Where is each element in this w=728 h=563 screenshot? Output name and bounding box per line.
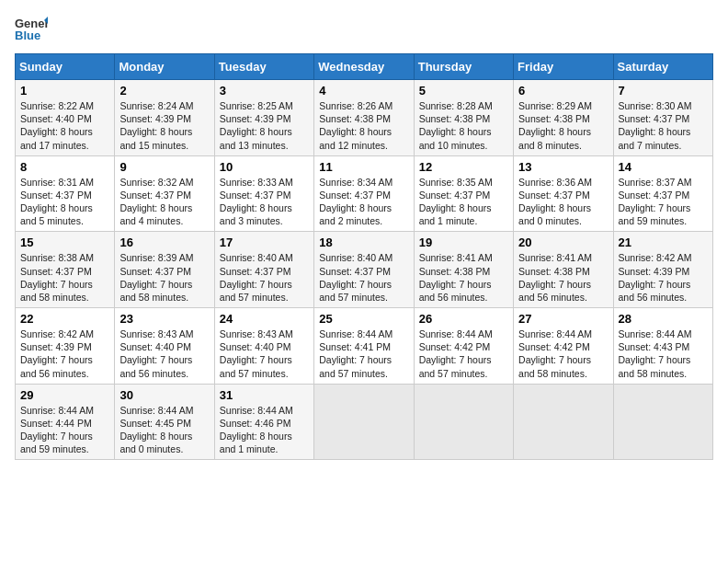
calendar-cell xyxy=(314,384,414,460)
calendar-cell: 15Sunrise: 8:38 AMSunset: 4:37 PMDayligh… xyxy=(16,232,115,308)
calendar-cell: 14Sunrise: 8:37 AMSunset: 4:37 PMDayligh… xyxy=(613,155,712,232)
day-info: Sunrise: 8:32 AMSunset: 4:37 PMDaylight:… xyxy=(119,176,209,228)
day-info: Sunrise: 8:42 AMSunset: 4:39 PMDaylight:… xyxy=(619,251,708,304)
day-info: Sunrise: 8:33 AMSunset: 4:37 PMDaylight:… xyxy=(220,176,309,228)
day-number: 18 xyxy=(319,236,408,249)
day-info: Sunrise: 8:34 AMSunset: 4:37 PMDaylight:… xyxy=(319,176,408,228)
day-info: Sunrise: 8:44 AMSunset: 4:43 PMDaylight:… xyxy=(619,327,708,380)
calendar-cell xyxy=(613,384,712,460)
calendar-week-row: 15Sunrise: 8:38 AMSunset: 4:37 PMDayligh… xyxy=(16,232,713,308)
calendar-cell: 16Sunrise: 8:39 AMSunset: 4:37 PMDayligh… xyxy=(115,232,214,308)
day-number: 20 xyxy=(518,236,608,249)
day-info: Sunrise: 8:30 AMSunset: 4:37 PMDaylight:… xyxy=(619,99,708,152)
day-number: 8 xyxy=(20,160,109,174)
day-info: Sunrise: 8:37 AMSunset: 4:37 PMDaylight:… xyxy=(619,176,708,228)
day-number: 6 xyxy=(518,84,608,98)
day-number: 27 xyxy=(518,312,608,326)
calendar-cell: 13Sunrise: 8:36 AMSunset: 4:37 PMDayligh… xyxy=(514,155,613,232)
day-info: Sunrise: 8:42 AMSunset: 4:39 PMDaylight:… xyxy=(20,327,109,380)
day-info: Sunrise: 8:36 AMSunset: 4:37 PMDaylight:… xyxy=(518,176,608,228)
day-number: 22 xyxy=(20,312,109,326)
day-info: Sunrise: 8:40 AMSunset: 4:37 PMDaylight:… xyxy=(220,251,309,304)
header-tuesday: Tuesday xyxy=(214,54,313,80)
calendar-cell: 25Sunrise: 8:44 AMSunset: 4:41 PMDayligh… xyxy=(314,308,414,385)
day-info: Sunrise: 8:28 AMSunset: 4:38 PMDaylight:… xyxy=(419,99,508,152)
calendar-cell: 3Sunrise: 8:25 AMSunset: 4:39 PMDaylight… xyxy=(214,80,313,156)
calendar-cell: 7Sunrise: 8:30 AMSunset: 4:37 PMDaylight… xyxy=(613,80,712,156)
calendar-cell: 29Sunrise: 8:44 AMSunset: 4:44 PMDayligh… xyxy=(16,384,115,460)
page-header: General Blue xyxy=(15,15,713,42)
day-number: 15 xyxy=(20,236,109,249)
header-sunday: Sunday xyxy=(16,54,115,80)
day-info: Sunrise: 8:24 AMSunset: 4:39 PMDaylight:… xyxy=(119,99,209,152)
day-number: 10 xyxy=(220,160,309,174)
day-info: Sunrise: 8:43 AMSunset: 4:40 PMDaylight:… xyxy=(119,327,209,380)
svg-text:Blue: Blue xyxy=(15,29,40,42)
header-monday: Monday xyxy=(115,54,214,80)
day-number: 16 xyxy=(119,236,209,249)
calendar-cell: 12Sunrise: 8:35 AMSunset: 4:37 PMDayligh… xyxy=(414,155,513,232)
calendar-cell: 23Sunrise: 8:43 AMSunset: 4:40 PMDayligh… xyxy=(115,308,214,385)
calendar-cell: 5Sunrise: 8:28 AMSunset: 4:38 PMDaylight… xyxy=(414,80,513,156)
header-saturday: Saturday xyxy=(613,54,712,80)
calendar-cell: 10Sunrise: 8:33 AMSunset: 4:37 PMDayligh… xyxy=(214,155,313,232)
day-number: 29 xyxy=(20,388,109,402)
header-friday: Friday xyxy=(514,54,613,80)
calendar-week-row: 29Sunrise: 8:44 AMSunset: 4:44 PMDayligh… xyxy=(16,384,713,460)
calendar-cell: 28Sunrise: 8:44 AMSunset: 4:43 PMDayligh… xyxy=(613,308,712,385)
day-number: 19 xyxy=(419,236,508,249)
calendar-cell: 11Sunrise: 8:34 AMSunset: 4:37 PMDayligh… xyxy=(314,155,414,232)
day-info: Sunrise: 8:29 AMSunset: 4:38 PMDaylight:… xyxy=(518,99,608,152)
calendar-cell: 17Sunrise: 8:40 AMSunset: 4:37 PMDayligh… xyxy=(214,232,313,308)
calendar-cell: 1Sunrise: 8:22 AMSunset: 4:40 PMDaylight… xyxy=(16,80,115,156)
calendar-cell: 24Sunrise: 8:43 AMSunset: 4:40 PMDayligh… xyxy=(214,308,313,385)
calendar-cell: 22Sunrise: 8:42 AMSunset: 4:39 PMDayligh… xyxy=(16,308,115,385)
calendar-cell: 4Sunrise: 8:26 AMSunset: 4:38 PMDaylight… xyxy=(314,80,414,156)
day-number: 30 xyxy=(119,388,209,402)
calendar-week-row: 1Sunrise: 8:22 AMSunset: 4:40 PMDaylight… xyxy=(16,80,713,156)
day-info: Sunrise: 8:44 AMSunset: 4:42 PMDaylight:… xyxy=(518,327,608,380)
calendar-cell xyxy=(414,384,513,460)
day-info: Sunrise: 8:44 AMSunset: 4:42 PMDaylight:… xyxy=(419,327,508,380)
day-info: Sunrise: 8:22 AMSunset: 4:40 PMDaylight:… xyxy=(20,99,109,152)
calendar-cell: 27Sunrise: 8:44 AMSunset: 4:42 PMDayligh… xyxy=(514,308,613,385)
calendar-cell: 30Sunrise: 8:44 AMSunset: 4:45 PMDayligh… xyxy=(115,384,214,460)
day-number: 7 xyxy=(619,84,708,98)
day-number: 11 xyxy=(319,160,408,174)
header-wednesday: Wednesday xyxy=(314,54,414,80)
day-info: Sunrise: 8:44 AMSunset: 4:46 PMDaylight:… xyxy=(220,404,309,456)
logo: General Blue xyxy=(15,15,53,42)
calendar-cell: 19Sunrise: 8:41 AMSunset: 4:38 PMDayligh… xyxy=(414,232,513,308)
day-number: 26 xyxy=(419,312,508,326)
day-number: 3 xyxy=(220,84,309,98)
calendar-cell xyxy=(514,384,613,460)
day-number: 24 xyxy=(220,312,309,326)
day-number: 25 xyxy=(319,312,408,326)
day-number: 12 xyxy=(419,160,508,174)
calendar-cell: 26Sunrise: 8:44 AMSunset: 4:42 PMDayligh… xyxy=(414,308,513,385)
day-number: 5 xyxy=(419,84,508,98)
day-number: 4 xyxy=(319,84,408,98)
day-number: 17 xyxy=(220,236,309,249)
day-number: 2 xyxy=(119,84,209,98)
day-number: 23 xyxy=(119,312,209,326)
day-info: Sunrise: 8:41 AMSunset: 4:38 PMDaylight:… xyxy=(419,251,508,304)
calendar-cell: 8Sunrise: 8:31 AMSunset: 4:37 PMDaylight… xyxy=(16,155,115,232)
day-info: Sunrise: 8:38 AMSunset: 4:37 PMDaylight:… xyxy=(20,251,109,304)
day-info: Sunrise: 8:25 AMSunset: 4:39 PMDaylight:… xyxy=(220,99,309,152)
header-thursday: Thursday xyxy=(414,54,513,80)
calendar-cell: 20Sunrise: 8:41 AMSunset: 4:38 PMDayligh… xyxy=(514,232,613,308)
day-info: Sunrise: 8:44 AMSunset: 4:41 PMDaylight:… xyxy=(319,327,408,380)
day-info: Sunrise: 8:43 AMSunset: 4:40 PMDaylight:… xyxy=(220,327,309,380)
day-number: 1 xyxy=(20,84,109,98)
calendar-cell: 31Sunrise: 8:44 AMSunset: 4:46 PMDayligh… xyxy=(214,384,313,460)
calendar-week-row: 8Sunrise: 8:31 AMSunset: 4:37 PMDaylight… xyxy=(16,155,713,232)
calendar-cell: 6Sunrise: 8:29 AMSunset: 4:38 PMDaylight… xyxy=(514,80,613,156)
day-info: Sunrise: 8:39 AMSunset: 4:37 PMDaylight:… xyxy=(119,251,209,304)
day-info: Sunrise: 8:35 AMSunset: 4:37 PMDaylight:… xyxy=(419,176,508,228)
calendar-week-row: 22Sunrise: 8:42 AMSunset: 4:39 PMDayligh… xyxy=(16,308,713,385)
day-info: Sunrise: 8:31 AMSunset: 4:37 PMDaylight:… xyxy=(20,176,109,228)
calendar-cell: 9Sunrise: 8:32 AMSunset: 4:37 PMDaylight… xyxy=(115,155,214,232)
calendar-cell: 2Sunrise: 8:24 AMSunset: 4:39 PMDaylight… xyxy=(115,80,214,156)
day-number: 21 xyxy=(619,236,708,249)
